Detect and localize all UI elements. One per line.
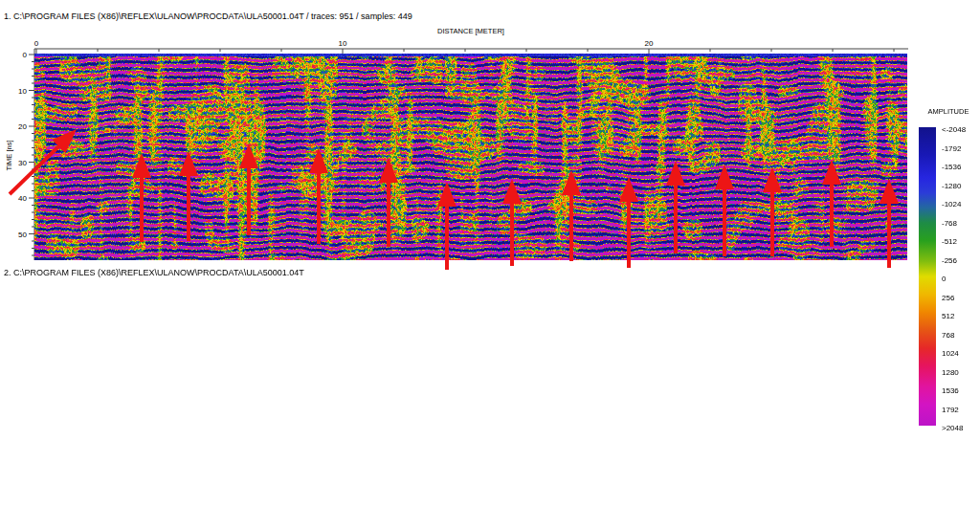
colorbar-label: 1024	[942, 349, 959, 358]
x-tick-label: 0	[34, 39, 39, 48]
reflex-plot-window: 1. C:\PROGRAM FILES (X86)\REFLEX\ULANOW\…	[0, 0, 980, 528]
colorbar-label: -256	[942, 256, 957, 265]
colorbar-label: 768	[942, 331, 954, 340]
y-tick-label: 50	[18, 231, 27, 239]
colorbar-label: >2048	[942, 424, 963, 432]
radargram-canvas[interactable]	[34, 54, 907, 260]
colorbar-label: -512	[942, 237, 957, 246]
section1-file-title: 1. C:\PROGRAM FILES (X86)\REFLEX\ULANOW\…	[4, 11, 412, 21]
colorbar-label: -768	[942, 219, 957, 228]
y-tick-label: 0	[23, 51, 28, 59]
colorbar-label: <-2048	[942, 125, 966, 134]
section2-file-title: 2. C:\PROGRAM FILES (X86)\REFLEX\ULANOW\…	[4, 268, 304, 277]
colorbar-label: 1280	[942, 368, 959, 377]
y-tick-label: 40	[18, 194, 27, 203]
colorbar-label: 512	[942, 312, 954, 320]
colorbar-label: -1536	[942, 163, 961, 171]
time-axis-label: TIME [ns]	[5, 137, 13, 175]
colorbar-label: 1792	[942, 406, 959, 414]
amplitude-colorbar	[919, 127, 936, 426]
y-tick-label: 30	[18, 159, 27, 167]
x-tick-label: 20	[645, 39, 654, 48]
x-tick-label: 10	[339, 39, 347, 48]
colorbar-title: AMPLITUDE	[919, 107, 978, 116]
y-tick-label: 10	[18, 87, 27, 96]
colorbar-label: -1280	[942, 182, 961, 190]
distance-axis-label: DISTANCE [METER]	[413, 27, 528, 35]
colorbar-label: 0	[942, 275, 946, 283]
colorbar-label: -1024	[942, 200, 961, 209]
y-tick-label: 20	[18, 122, 27, 131]
colorbar-label: 256	[942, 294, 954, 302]
colorbar-label: -1792	[942, 144, 961, 153]
colorbar-label: 1536	[942, 386, 959, 395]
